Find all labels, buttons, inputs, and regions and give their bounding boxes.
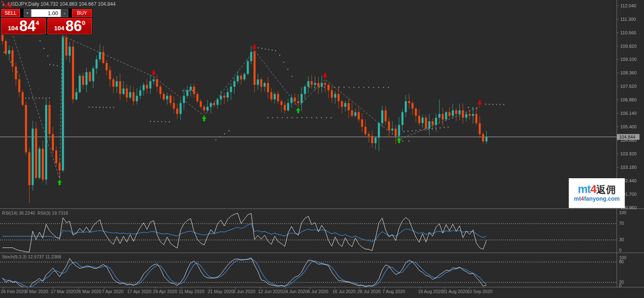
stoch-scale-label: 80 bbox=[619, 259, 624, 264]
svg-text:28 Jul 2020: 28 Jul 2020 bbox=[357, 289, 381, 294]
svg-text:17 Apr 2020: 17 Apr 2020 bbox=[127, 289, 151, 294]
svg-text:106.880: 106.880 bbox=[620, 97, 637, 102]
buy-price-big: 86 bbox=[65, 18, 82, 34]
sell-price-big: 84 bbox=[19, 18, 36, 34]
buy-price-sup: 0 bbox=[82, 19, 85, 26]
volume-input[interactable] bbox=[31, 9, 61, 17]
svg-text:103.180: 103.180 bbox=[620, 165, 637, 170]
watermark-url-mt: mt bbox=[574, 195, 581, 202]
rsi-scale-label: 100 bbox=[619, 210, 626, 215]
svg-text:11 May 2020: 11 May 2020 bbox=[179, 289, 204, 294]
svg-text:19 Aug 2020: 19 Aug 2020 bbox=[418, 289, 443, 294]
current-price-tag: 104.844 bbox=[617, 134, 640, 140]
broker-watermark: mt4返佣 mt4fanyong.com bbox=[569, 178, 625, 208]
svg-text:103.920: 103.920 bbox=[620, 151, 637, 156]
svg-text:104.844: 104.844 bbox=[619, 134, 635, 139]
svg-text:21 May 2020: 21 May 2020 bbox=[208, 289, 234, 294]
watermark-4: 4 bbox=[590, 183, 596, 195]
chart-header: ▲ USDJPY,Daily 104.732 104.863 104.667 1… bbox=[2, 1, 116, 7]
sell-price-tile[interactable]: 104 84 4 bbox=[1, 18, 46, 34]
svg-text:110.560: 110.560 bbox=[620, 30, 636, 35]
svg-text:26 Feb 2020: 26 Feb 2020 bbox=[1, 289, 26, 294]
volume-increase-button[interactable]: ▲ bbox=[61, 9, 68, 17]
ohlc-values: 104.732 104.863 104.667 104.844 bbox=[40, 1, 116, 7]
svg-text:109.820: 109.820 bbox=[620, 44, 637, 49]
sell-price-prefix: 104 bbox=[8, 25, 18, 31]
svg-text:111.300: 111.300 bbox=[620, 17, 636, 22]
svg-text:6 Jul 2020: 6 Jul 2020 bbox=[307, 289, 328, 294]
rsi-scale-label: 70 bbox=[619, 221, 624, 226]
svg-text:12 Jun 2020: 12 Jun 2020 bbox=[258, 289, 283, 294]
rsi-scale-label: 30 bbox=[619, 237, 624, 242]
svg-text:112.040: 112.040 bbox=[620, 3, 636, 8]
svg-text:26 Mar 2020: 26 Mar 2020 bbox=[76, 289, 101, 294]
mt4-chart-window: 112.040111.300110.560109.820109.100108.3… bbox=[0, 0, 644, 298]
svg-text:10 Sep 2020: 10 Sep 2020 bbox=[467, 289, 492, 294]
watermark-mt: mt bbox=[578, 183, 590, 195]
rsi-indicator-label: RSI(14) 36.2240 RSI(3) 19.7318 bbox=[2, 211, 68, 215]
svg-text:109.100: 109.100 bbox=[620, 57, 637, 62]
watermark-url-rest: fanyong.com bbox=[584, 195, 619, 202]
svg-text:107.620: 107.620 bbox=[620, 84, 637, 89]
svg-text:105.400: 105.400 bbox=[620, 124, 637, 129]
svg-text:24 Jun 2020: 24 Jun 2020 bbox=[283, 289, 308, 294]
sell-button[interactable]: SELL bbox=[1, 9, 20, 17]
svg-text:31 Aug 2020: 31 Aug 2020 bbox=[442, 289, 468, 294]
svg-text:7 Aug 2020: 7 Aug 2020 bbox=[382, 289, 405, 294]
buy-button[interactable]: BUY bbox=[72, 9, 92, 17]
collapse-panel-icon[interactable]: ▲ bbox=[2, 2, 5, 6]
one-click-trading-widget: SELL ▼ ▲ BUY 104 84 4 104 86 0 bbox=[1, 9, 92, 35]
svg-text:8 Mar 2020: 8 Mar 2020 bbox=[25, 289, 48, 294]
svg-text:7 Apr 2020: 7 Apr 2020 bbox=[102, 289, 123, 294]
rsi-scale-label: 0 bbox=[619, 248, 622, 253]
svg-text:2 Jun 2020: 2 Jun 2020 bbox=[233, 289, 255, 294]
svg-text:106.140: 106.140 bbox=[620, 111, 637, 116]
symbol-title: USDJPY,Daily bbox=[8, 1, 39, 7]
stoch-scale-label: 0 bbox=[619, 283, 622, 288]
buy-price-tile[interactable]: 104 86 0 bbox=[47, 18, 92, 34]
watermark-cn: 返佣 bbox=[596, 184, 616, 195]
watermark-logo: mt4返佣 bbox=[578, 184, 616, 195]
svg-text:29 Apr 2020: 29 Apr 2020 bbox=[153, 289, 177, 294]
svg-text:17 Mar 2020: 17 Mar 2020 bbox=[51, 289, 76, 294]
watermark-url: mt4fanyong.com bbox=[574, 195, 619, 202]
buy-price-prefix: 104 bbox=[54, 25, 64, 31]
stoch-indicator-label: Stoch(9,3,3) 12.5737 11.2368 bbox=[2, 254, 61, 259]
chart-canvas[interactable]: 112.040111.300110.560109.820109.100108.3… bbox=[0, 0, 644, 298]
sell-price-sup: 4 bbox=[36, 19, 39, 26]
svg-text:108.360: 108.360 bbox=[620, 70, 637, 75]
volume-decrease-button[interactable]: ▼ bbox=[24, 9, 31, 17]
svg-text:16 Jul 2020: 16 Jul 2020 bbox=[332, 289, 356, 294]
